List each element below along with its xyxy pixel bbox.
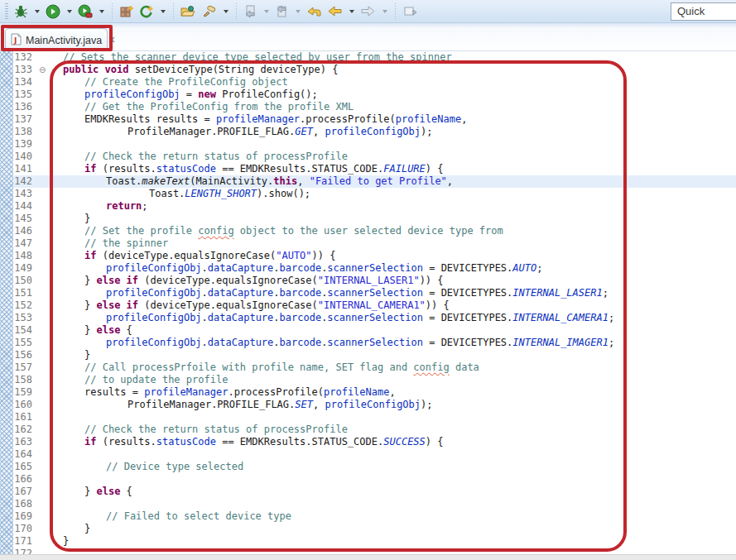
run-device-button[interactable] — [76, 2, 94, 21]
code-line-142[interactable]: 142Toast.makeText(MainActivity.this, "Fa… — [13, 175, 736, 188]
code-line-161[interactable]: 161 — [13, 411, 736, 424]
link-with-editor-icon — [402, 4, 417, 18]
code-text: } else if (deviceType.equalsIgnoreCase("… — [36, 299, 736, 312]
previous-annotation-dropdown[interactable] — [296, 10, 301, 13]
run-button[interactable] — [44, 2, 62, 21]
code-line-168[interactable]: 168 — [13, 498, 736, 510]
run-device-dropdown[interactable] — [99, 10, 104, 13]
fold-collapse-icon[interactable]: ⊖ — [39, 64, 46, 76]
code-line-167[interactable]: 167} else { — [13, 486, 736, 498]
code-line-145[interactable]: 145} — [13, 213, 736, 225]
search-brush-button[interactable] — [200, 2, 219, 21]
search-brush-icon — [201, 4, 217, 19]
code-text: } else if (deviceType.equalsIgnoreCase("… — [36, 275, 736, 287]
code-line-138[interactable]: 138ProfileManager.PROFILE_FLAG.GET, prof… — [13, 126, 736, 138]
forward-button[interactable] — [358, 2, 378, 20]
code-line-147[interactable]: 147// the spinner — [13, 237, 736, 250]
code-line-160[interactable]: 160ProfileManager.PROFILE_FLAG.SET, prof… — [13, 399, 736, 411]
line-number: 163 — [13, 436, 36, 448]
next-annotation-button[interactable] — [242, 2, 259, 20]
line-number: 132 — [13, 51, 36, 64]
line-number: 133 — [13, 64, 36, 76]
open-task-button[interactable] — [179, 2, 198, 21]
back-button[interactable] — [325, 2, 344, 20]
code-line-140[interactable]: 140// Check the return status of process… — [13, 151, 736, 163]
line-number: 136 — [13, 101, 36, 113]
code-text: } else { — [36, 324, 736, 337]
code-line-143[interactable]: 143Toast.LENGTH_SHORT).show(); — [13, 188, 736, 200]
code-line-148[interactable]: 148if (deviceType.equalsIgnoreCase("AUTO… — [13, 250, 736, 262]
code-text: profileConfigObj = new ProfileConfig(); — [36, 89, 736, 101]
code-line-151[interactable]: 151profileConfigObj.dataCapture.barcode.… — [13, 287, 736, 299]
code-line-141[interactable]: 141if (results.statusCode == EMDKResults… — [13, 163, 736, 175]
main-toolbar: Quick Access — [0, 0, 736, 23]
new-wizard-button[interactable] — [137, 2, 156, 21]
close-icon[interactable]: ✕ — [108, 35, 115, 45]
code-line-157[interactable]: 157// Call processPrfoile with profile n… — [13, 361, 736, 374]
debug-dropdown[interactable] — [35, 10, 40, 13]
code-text: if (deviceType.equalsIgnoreCase("AUTO"))… — [36, 250, 736, 262]
code-line-158[interactable]: 158// to update the profile — [13, 374, 736, 386]
code-text: Toast.LENGTH_SHORT).show(); — [36, 188, 736, 200]
line-number: 149 — [13, 262, 36, 275]
line-number: 139 — [13, 138, 36, 151]
code-line-144[interactable]: 144return; — [13, 200, 736, 213]
quick-access-box[interactable]: Quick Access — [671, 2, 736, 21]
horizontal-scrollbar[interactable] — [0, 554, 736, 560]
last-edit-location-button[interactable] — [305, 2, 324, 20]
debug-button[interactable] — [12, 2, 30, 20]
code-text: // Device type selected — [36, 461, 736, 473]
code-line-132[interactable]: 132// Sets the scanner device type selec… — [13, 51, 736, 64]
code-line-149[interactable]: 149profileConfigObj.dataCapture.barcode.… — [13, 262, 736, 275]
code-line-153[interactable]: 153profileConfigObj.dataCapture.barcode.… — [13, 312, 736, 324]
search-brush-dropdown[interactable] — [224, 10, 228, 13]
line-number: 138 — [13, 126, 36, 138]
previous-annotation-button[interactable] — [273, 2, 291, 20]
link-with-editor-button[interactable] — [401, 2, 419, 20]
tab-mainactivity-java[interactable]: J MainActivity.java ✕ — [5, 28, 108, 51]
line-number: 167 — [13, 486, 36, 498]
code-line-134[interactable]: 134// Create the ProfileConfig object — [13, 76, 736, 89]
code-line-136[interactable]: 136// Get the ProfileConfig from the pro… — [13, 101, 736, 113]
line-number: 171 — [13, 535, 36, 548]
back-dropdown[interactable] — [349, 10, 354, 13]
code-text: if (results.statusCode == EMDKResults.ST… — [36, 436, 736, 448]
code-text: return; — [36, 200, 736, 213]
editor-marker-bar[interactable] — [0, 51, 13, 554]
forward-dropdown[interactable] — [382, 10, 387, 13]
line-number: 159 — [13, 386, 36, 399]
code-line-150[interactable]: 150} else if (deviceType.equalsIgnoreCas… — [13, 275, 736, 287]
code-line-155[interactable]: 155profileConfigObj.dataCapture.barcode.… — [13, 337, 736, 349]
code-line-170[interactable]: 170} — [13, 523, 736, 535]
next-annotation-dropdown[interactable] — [264, 10, 269, 13]
code-line-137[interactable]: 137EMDKResults results = profileManager.… — [13, 113, 736, 126]
toolbar-drag-handle[interactable] — [5, 3, 8, 20]
code-line-156[interactable]: 156} — [13, 349, 736, 361]
svg-text:J: J — [13, 36, 17, 45]
code-text: // Sets the scanner device type selected… — [36, 51, 736, 64]
code-line-163[interactable]: 163if (results.statusCode == EMDKResults… — [13, 436, 736, 448]
code-line-165[interactable]: 165// Device type selected — [13, 461, 736, 473]
code-line-159[interactable]: 159results = profileManager.processProfi… — [13, 386, 736, 399]
code-line-154[interactable]: 154} else { — [13, 324, 736, 337]
code-line-135[interactable]: 135profileConfigObj = new ProfileConfig(… — [13, 89, 736, 101]
new-java-project-icon — [119, 4, 134, 19]
code-line-171[interactable]: 171} — [13, 535, 736, 548]
new-java-project-button[interactable] — [118, 2, 136, 21]
code-text: profileConfigObj.dataCapture.barcode.sca… — [36, 262, 736, 275]
code-line-139[interactable]: 139 — [13, 138, 736, 151]
run-dropdown[interactable] — [67, 10, 72, 13]
code-editor[interactable]: 132// Sets the scanner device type selec… — [0, 51, 736, 554]
code-line-172[interactable]: 172 — [13, 548, 736, 554]
code-text: // Set the profile config object to the … — [36, 225, 736, 237]
code-line-146[interactable]: 146// Set the profile config object to t… — [13, 225, 736, 237]
code-line-169[interactable]: 169// Failed to select device type — [13, 510, 736, 523]
code-line-166[interactable]: 166 — [13, 473, 736, 486]
code-line-152[interactable]: 152} else if (deviceType.equalsIgnoreCas… — [13, 299, 736, 312]
code-line-162[interactable]: 162// Check the return status of process… — [13, 424, 736, 436]
new-wizard-dropdown[interactable] — [161, 10, 166, 13]
code-line-133[interactable]: 133⊖public void setDeviceType(String dev… — [13, 64, 736, 76]
code-text: // Check the return status of processPro… — [36, 424, 736, 436]
code-line-164[interactable]: 164 — [13, 448, 736, 461]
code-text: // Create the ProfileConfig object — [36, 76, 736, 89]
